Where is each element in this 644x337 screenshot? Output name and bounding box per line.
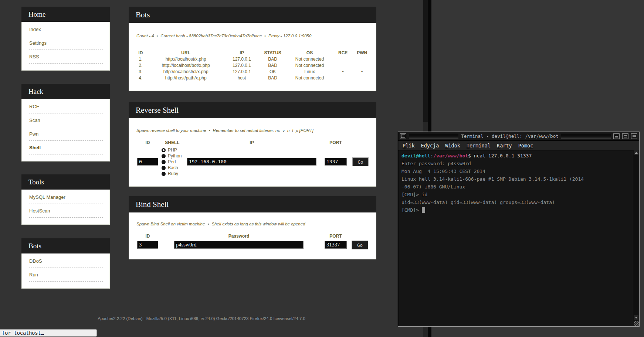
cell-rce — [333, 62, 353, 68]
radio-icon[interactable] — [162, 172, 166, 176]
cell-pwn — [352, 56, 372, 62]
radio-option-ruby[interactable]: Ruby — [162, 171, 182, 177]
radio-icon[interactable] — [162, 148, 166, 152]
sidebar-item-scan[interactable]: Scan — [29, 113, 103, 127]
menu-widok[interactable]: Widok — [445, 143, 460, 149]
reverse-id-input[interactable] — [137, 158, 158, 166]
radio-option-bash[interactable]: Bash — [162, 165, 182, 171]
bots-count: Count - 4 — [136, 34, 154, 38]
bots-table-wrap: ID URL IP STATUS OS RCE PWN 1. http://lo… — [133, 50, 372, 81]
cell-url[interactable]: http://localhost/x.php — [148, 56, 224, 62]
reverse-ip-input[interactable] — [187, 158, 316, 166]
menu-pomoc[interactable]: Pomoc — [518, 143, 533, 149]
window-resize-grip[interactable] — [634, 321, 639, 326]
col-header-pwn: PWN — [352, 50, 372, 56]
cell-pwn — [352, 62, 372, 68]
menu-plik[interactable]: Plik — [403, 143, 415, 149]
sidebar-item-mysql-manager[interactable]: MySQL Manager — [29, 190, 103, 204]
cell-id: 4. — [133, 75, 148, 81]
menu-edycja[interactable]: Edycja — [421, 143, 439, 149]
terminal-line: -06-07) i686 GNU/Linux — [401, 183, 633, 191]
sidebar-item-shell[interactable]: Shell — [29, 141, 103, 154]
shell-type-radio-group: PHP Python Perl Bash Ruby — [162, 147, 182, 177]
reverse-go-button[interactable]: Go — [352, 157, 369, 166]
menu-terminal[interactable]: Terminal — [467, 143, 491, 149]
section-title-text: Hack — [28, 88, 43, 96]
meta-text: Shell exists as long as this window will… — [211, 222, 305, 226]
prompt-user: devil@hell — [401, 153, 430, 159]
arrow-down-icon — [635, 317, 638, 319]
bind-password-input[interactable] — [174, 241, 304, 249]
radio-option-python[interactable]: Python — [162, 153, 182, 159]
arrow-up-icon — [635, 152, 638, 154]
radio-icon[interactable] — [162, 166, 166, 170]
bind-go-button[interactable]: Go — [352, 241, 368, 249]
window-menu-button[interactable] — [400, 133, 406, 139]
bullet-separator: • — [205, 222, 211, 226]
radio-option-php[interactable]: PHP — [162, 147, 182, 153]
terminal-scrollbar[interactable] — [633, 150, 639, 326]
maximize-button[interactable] — [622, 133, 628, 139]
label-id: ID — [137, 140, 158, 145]
sidebar-item-rss[interactable]: RSS — [29, 50, 103, 64]
section-title-text: Bots — [28, 242, 41, 250]
label-ip: IP — [187, 140, 316, 145]
menu-karty[interactable]: Karty — [497, 143, 512, 149]
col-header-url: URL — [148, 50, 224, 56]
bind-port-input[interactable] — [325, 241, 347, 249]
section-title-tools: Tools — [21, 174, 110, 190]
radio-icon[interactable] — [162, 160, 166, 164]
bind-id-input[interactable] — [137, 241, 158, 249]
cell-os: Linux — [286, 68, 333, 75]
sidebar-section-hack: Hack RCE Scan Pwn Shell — [21, 84, 110, 161]
reverse-port-input[interactable] — [325, 158, 347, 166]
cell-ip: host — [224, 75, 260, 81]
titlebar-ridge — [409, 134, 458, 139]
terminal-line: Mon Aug 4 15:05:43 CEST 2014 — [401, 167, 633, 175]
bind-shell-meta: Spawn Bind Shell on victim machine•Shell… — [136, 222, 372, 226]
prompt-separator: : — [430, 153, 433, 159]
titlebar-ridge — [561, 134, 611, 139]
scroll-up-button[interactable] — [634, 150, 638, 155]
bullet-separator: • — [262, 34, 268, 38]
server-footer-text: Apache/2.2.22 (Debian) - Mozilla/5.0 (X1… — [0, 316, 403, 321]
sidebar-item-pwn[interactable]: Pwn — [29, 127, 103, 141]
terminal-titlebar[interactable]: Terminal - devil@hell: /var/www/bot — [398, 132, 639, 141]
cell-ip: 127.0.0.1 — [224, 68, 260, 75]
scroll-down-button[interactable] — [634, 315, 638, 320]
sidebar-item-run[interactable]: Run — [29, 268, 103, 282]
radio-option-perl[interactable]: Perl — [162, 159, 182, 165]
prompt-path: /var/www/bot — [433, 153, 468, 159]
cell-url[interactable]: http://localhost/bot/x.php — [148, 62, 224, 68]
terminal-menubar: Plik Edycja Widok Terminal Karty Pomoc — [398, 141, 639, 150]
browser-scrollbar-thumb[interactable] — [423, 0, 428, 122]
sidebar-item-hostscan[interactable]: HostScan — [29, 204, 103, 218]
panel-title-text: Bots — [136, 10, 150, 20]
browser-status-tooltip: for localhost… — [0, 329, 97, 337]
bots-meta-line: Count - 4•Current hash - 83802bab37cc7c7… — [136, 34, 372, 38]
terminal-window: Terminal - devil@hell: /var/www/bot Plik… — [398, 132, 640, 327]
col-header-status: STATUS — [260, 50, 286, 56]
col-header-rce: RCE — [333, 50, 353, 56]
bullet-separator: • — [206, 128, 213, 133]
sidebar-item-index[interactable]: Index — [29, 23, 103, 36]
radio-icon[interactable] — [162, 154, 166, 158]
sidebar-item-ddos[interactable]: DDoS — [29, 254, 103, 268]
browser-page: Home Index Settings RSS Hack RCE Scan Pw… — [0, 0, 423, 337]
cell-url[interactable]: http://localhost/cl/x.php — [148, 68, 224, 75]
terminal-output[interactable]: devil@hell:/var/www/bot$ ncat 127.0.0.1 … — [399, 150, 633, 326]
minimize-button[interactable] — [613, 133, 620, 139]
section-body: MySQL Manager HostScan — [22, 190, 109, 224]
close-button[interactable] — [631, 133, 637, 139]
col-header-ip: IP — [224, 50, 260, 56]
panel-title-text: Reverse Shell — [136, 106, 179, 115]
sidebar-item-rce[interactable]: RCE — [29, 100, 103, 113]
section-title-home: Home — [21, 7, 110, 22]
cell-status: BAD — [260, 62, 286, 68]
cell-url[interactable]: http://host/path/x.php — [148, 75, 224, 81]
section-body: RCE Scan Pwn Shell — [22, 99, 109, 161]
sidebar-item-settings[interactable]: Settings — [29, 36, 103, 50]
section-title-hack: Hack — [21, 84, 110, 99]
terminal-line: [CMD]> id — [401, 191, 633, 198]
reverse-shell-title: Reverse Shell — [129, 102, 376, 118]
